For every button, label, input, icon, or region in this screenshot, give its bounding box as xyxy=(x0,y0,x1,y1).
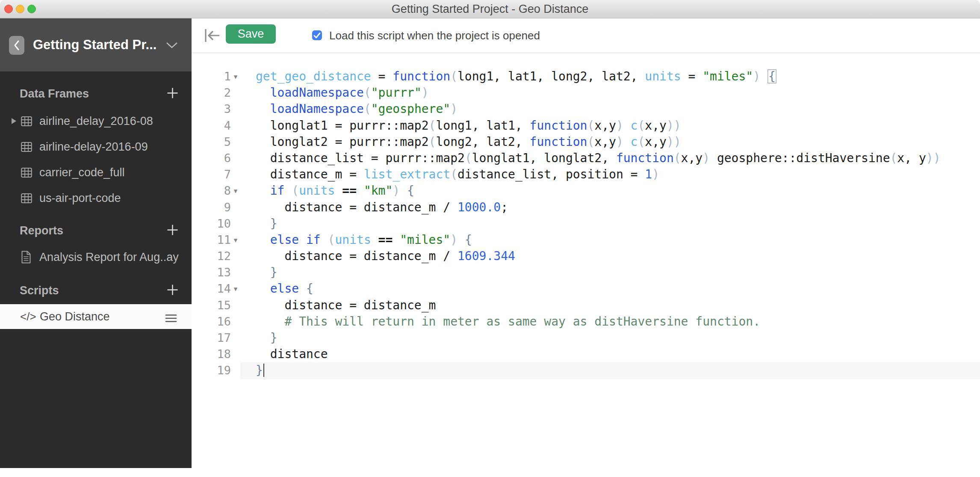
code-editor[interactable]: 1▾get_geo_distance = function(long1, lat… xyxy=(192,53,980,477)
code-line-14[interactable]: 14▾ else { xyxy=(192,281,980,297)
table-icon xyxy=(21,142,32,152)
code-text: distance = distance_m / 1609.344 xyxy=(256,248,515,264)
code-text: loadNamespace("purrr") xyxy=(256,85,429,101)
code-text: else { xyxy=(256,281,313,297)
item-label: carrier_code_full xyxy=(39,166,125,179)
fold-arrow-icon[interactable]: ▾ xyxy=(231,281,240,297)
code-text: get_geo_distance = function(long1, lat1,… xyxy=(256,68,776,85)
sidebar-item-us-air-port-code[interactable]: us-air-port-code xyxy=(0,185,192,211)
main-panel: Save Load this script when the project i… xyxy=(192,18,980,477)
section-label: Data Frames xyxy=(20,87,89,101)
item-label: airline-delay-2016-09 xyxy=(39,140,148,154)
table-icon xyxy=(21,167,32,178)
line-number: 13 xyxy=(192,264,231,281)
line-number: 16 xyxy=(192,314,231,330)
document-icon xyxy=(21,251,32,264)
project-chevron-down-icon[interactable] xyxy=(166,42,178,49)
window-title: Getting Started Project - Geo Distance xyxy=(0,0,980,18)
project-title: Getting Started Pr... xyxy=(33,18,156,71)
code-line-7[interactable]: 7 distance_m = list_extract(distance_lis… xyxy=(192,166,980,183)
code-line-17[interactable]: 17 } xyxy=(192,330,980,346)
save-button[interactable]: Save xyxy=(226,24,276,44)
code-line-12[interactable]: 12 distance = distance_m / 1609.344 xyxy=(192,248,980,264)
code-line-8[interactable]: 8▾ if (units == "km") { xyxy=(192,183,980,199)
section-label: Scripts xyxy=(20,284,59,297)
code-text: } xyxy=(256,216,277,232)
section-header-reports: Reports xyxy=(0,220,192,241)
code-line-5[interactable]: 5 longlat2 = purrr::map2(long2, lat2, fu… xyxy=(192,134,980,150)
code-text: longlat1 = purrr::map2(long1, lat1, func… xyxy=(256,118,681,134)
line-number: 2 xyxy=(192,85,231,101)
plus-icon xyxy=(167,224,178,236)
sidebar-body: Data Framesairline_delay_2016-08airline-… xyxy=(0,71,192,468)
code-line-2[interactable]: 2 loadNamespace("purrr") xyxy=(192,85,980,101)
code-text: } xyxy=(256,264,277,281)
add-scripts-button[interactable] xyxy=(167,284,178,297)
sidebar-item-analysis-report-for-aug-ay[interactable]: Analysis Report for Aug..ay xyxy=(0,244,192,270)
disclosure-triangle-icon[interactable] xyxy=(12,118,16,124)
line-number: 6 xyxy=(192,150,231,166)
code-line-19[interactable]: 19} xyxy=(192,362,980,379)
add-data-frames-button[interactable] xyxy=(167,87,178,101)
code-text: distance = distance_m / 1000.0; xyxy=(256,199,508,216)
code-text: distance xyxy=(256,346,328,362)
section-label: Reports xyxy=(20,224,63,237)
code-line-9[interactable]: 9 distance = distance_m / 1000.0; xyxy=(192,199,980,216)
item-label: airline_delay_2016-08 xyxy=(39,115,153,128)
item-label: Geo Distance xyxy=(40,310,110,323)
line-number: 18 xyxy=(192,346,231,362)
code-text: longlat2 = purrr::map2(long2, lat2, func… xyxy=(256,134,681,150)
sidebar-item-airline-delay-2016-08[interactable]: airline_delay_2016-08 xyxy=(0,108,192,134)
code-text: else if (units == "miles") { xyxy=(256,232,472,248)
code-line-4[interactable]: 4 longlat1 = purrr::map2(long1, lat1, fu… xyxy=(192,118,980,134)
code-line-3[interactable]: 3 loadNamespace("geosphere") xyxy=(192,101,980,117)
code-line-15[interactable]: 15 distance = distance_m xyxy=(192,297,980,314)
code-line-6[interactable]: 6 distance_list = purrr::map2(longlat1, … xyxy=(192,150,980,166)
sidebar: Getting Started Pr... Data Framesairline… xyxy=(0,18,192,477)
line-number: 14 xyxy=(192,281,231,297)
item-label: Analysis Report for Aug..ay xyxy=(39,251,179,264)
line-number: 19 xyxy=(192,362,231,379)
sidebar-item-airline-delay-2016-09[interactable]: airline-delay-2016-09 xyxy=(0,134,192,160)
fold-arrow-icon[interactable]: ▾ xyxy=(231,183,240,199)
code-line-11[interactable]: 11▾ else if (units == "miles") { xyxy=(192,232,980,248)
plus-icon xyxy=(167,87,178,99)
app-window: Getting Started Project - Geo Distance G… xyxy=(0,0,980,477)
add-reports-button[interactable] xyxy=(167,224,178,237)
code-line-13[interactable]: 13 } xyxy=(192,264,980,281)
line-number: 7 xyxy=(192,166,231,183)
hamburger-icon xyxy=(165,314,177,323)
code-line-1[interactable]: 1▾get_geo_distance = function(long1, lat… xyxy=(192,68,980,85)
line-number: 8 xyxy=(192,183,231,199)
line-number: 17 xyxy=(192,330,231,346)
sidebar-header: Getting Started Pr... xyxy=(0,18,192,71)
table-icon xyxy=(21,116,32,127)
code-line-16[interactable]: 16 # This will return in meter as same w… xyxy=(192,314,980,330)
line-number: 3 xyxy=(192,101,231,117)
sidebar-item-carrier-code-full[interactable]: carrier_code_full xyxy=(0,160,192,185)
line-number: 11 xyxy=(192,232,231,248)
fold-arrow-icon[interactable]: ▾ xyxy=(231,68,240,85)
code-text: distance_list = purrr::map2(longlat1, lo… xyxy=(256,150,941,166)
code-text: distance_m = list_extract(distance_list,… xyxy=(256,166,659,183)
back-button[interactable] xyxy=(9,36,24,55)
fold-arrow-icon[interactable]: ▾ xyxy=(231,232,240,248)
document-icon xyxy=(21,251,31,264)
line-number: 4 xyxy=(192,118,231,134)
chevron-left-icon xyxy=(13,39,20,51)
section-header-scripts: Scripts xyxy=(0,280,192,301)
code-text: # This will return in meter as same way … xyxy=(256,314,760,330)
table-icon xyxy=(21,116,32,127)
line-number: 15 xyxy=(192,297,231,314)
text-cursor xyxy=(263,364,265,377)
sidebar-item-geo-distance[interactable]: </>Geo Distance xyxy=(0,304,192,329)
code-line-10[interactable]: 10 } xyxy=(192,216,980,232)
load-script-checkbox[interactable] xyxy=(312,30,322,40)
plus-icon xyxy=(167,284,178,296)
collapse-sidebar-icon[interactable] xyxy=(204,28,221,43)
line-number: 10 xyxy=(192,216,231,232)
code-line-18[interactable]: 18 distance xyxy=(192,346,980,362)
line-number: 5 xyxy=(192,134,231,150)
item-menu-button[interactable] xyxy=(165,312,177,326)
item-label: us-air-port-code xyxy=(39,192,121,205)
